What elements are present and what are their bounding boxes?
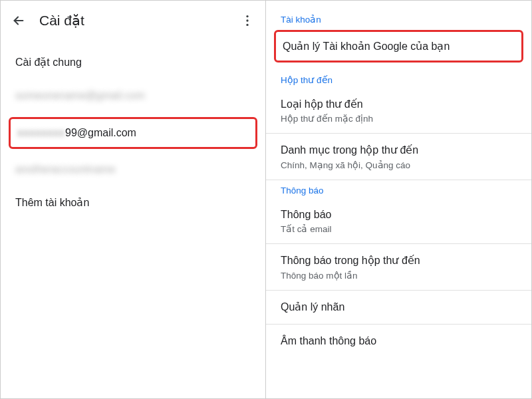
svg-point-1: [246, 19, 248, 21]
inbox-categories-subtitle: Chính, Mạng xã hội, Quảng cáo: [281, 160, 517, 170]
svg-point-0: [246, 15, 248, 17]
inbox-type-row[interactable]: Loại hộp thư đến Hộp thư đến mặc định: [266, 88, 531, 134]
page-title: Cài đặt: [39, 13, 240, 29]
left-content: Cài đặt chung someonename@gmail.com xxxx…: [1, 34, 265, 220]
left-panel: Cài đặt Cài đặt chung someonename@gmail.…: [1, 1, 266, 398]
selected-account-row[interactable]: xxxxxxxx99@gmail.com: [11, 119, 255, 147]
manage-google-account-row[interactable]: Quản lý Tài khoản Google của bạn: [276, 32, 521, 61]
inbox-type-title: Loại hộp thư đến: [281, 97, 517, 112]
more-vert-icon[interactable]: [240, 13, 255, 28]
inbox-notifications-row[interactable]: Thông báo trong hộp thư đến Thông báo mộ…: [266, 244, 531, 290]
inbox-categories-row[interactable]: Danh mục trong hộp thư đến Chính, Mạng x…: [266, 134, 531, 180]
notifications-title: Thông báo: [281, 207, 517, 222]
section-label-account: Tài khoản: [266, 9, 531, 27]
right-panel: Tài khoản Quản lý Tài khoản Google của b…: [266, 1, 531, 398]
account-blurred-2[interactable]: anotheraccountname: [1, 153, 265, 186]
sound-notifications-title: Âm thanh thông báo: [281, 334, 517, 348]
right-content: Tài khoản Quản lý Tài khoản Google của b…: [266, 1, 531, 358]
inbox-categories-title: Danh mục trong hộp thư đến: [281, 143, 517, 158]
general-settings-row[interactable]: Cài đặt chung: [1, 46, 265, 79]
manage-labels-row[interactable]: Quản lý nhãn: [266, 291, 531, 325]
notifications-subtitle: Tất cả email: [281, 223, 517, 234]
svg-point-2: [246, 24, 248, 26]
sound-notifications-row[interactable]: Âm thanh thông báo: [266, 325, 531, 358]
section-label-notifications: Thông báo: [266, 180, 531, 198]
manage-labels-title: Quản lý nhãn: [281, 300, 517, 315]
inbox-notifications-subtitle: Thông báo một lần: [281, 270, 517, 281]
visible-email-suffix: 99@gmail.com: [65, 127, 136, 139]
blurred-text: someonename@gmail.com: [15, 90, 145, 101]
inbox-type-subtitle: Hộp thư đến mặc định: [281, 113, 517, 124]
blurred-text: anotheraccountname: [15, 164, 115, 175]
back-arrow-icon[interactable]: [11, 13, 26, 28]
section-label-inbox: Hộp thư đến: [266, 69, 531, 88]
manage-google-account-highlight[interactable]: Quản lý Tài khoản Google của bạn: [274, 30, 523, 63]
header: Cài đặt: [1, 1, 265, 34]
account-blurred-1[interactable]: someonename@gmail.com: [1, 79, 265, 112]
inbox-notifications-title: Thông báo trong hộp thư đến: [281, 253, 517, 268]
selected-account-highlight[interactable]: xxxxxxxx99@gmail.com: [9, 117, 257, 149]
add-account-row[interactable]: Thêm tài khoản: [1, 186, 265, 219]
hidden-email-prefix: xxxxxxxx: [17, 127, 65, 139]
notifications-row[interactable]: Thông báo Tất cả email: [266, 198, 531, 244]
